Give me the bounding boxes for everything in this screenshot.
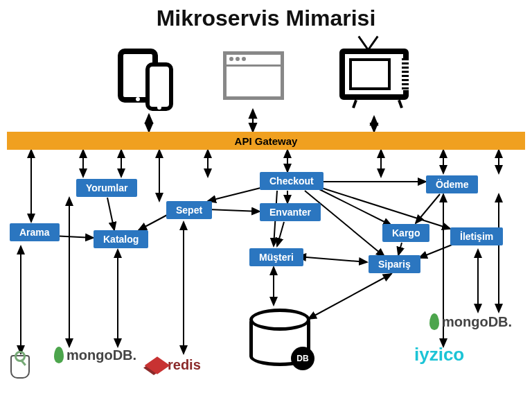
svg-line-14 xyxy=(139,214,170,230)
svg-line-25 xyxy=(416,194,440,223)
leaf-icon xyxy=(429,313,439,330)
svg-line-15 xyxy=(208,187,263,201)
service-sepet: Sepet xyxy=(166,201,212,219)
service-envanter: Envanter xyxy=(260,203,321,221)
service-arama: Arama xyxy=(10,223,60,241)
mongodb-label-right: mongoDB. xyxy=(442,314,512,330)
leaf-icon xyxy=(54,347,64,363)
service-checkout: Checkout xyxy=(260,172,323,190)
browser-window-icon xyxy=(223,49,292,118)
mongodb-label: mongoDB. xyxy=(66,347,136,363)
service-kargo: Kargo xyxy=(382,224,429,242)
database-icon: DB xyxy=(249,305,310,366)
svg-line-16 xyxy=(208,209,260,211)
service-musteri: Müşteri xyxy=(249,248,303,266)
iyzico-logo: iyzico xyxy=(414,344,464,365)
svg-line-33 xyxy=(308,274,391,319)
api-gateway-label: API Gateway xyxy=(235,135,298,147)
svg-line-27 xyxy=(298,257,367,262)
api-gateway-bar: API Gateway xyxy=(7,132,525,150)
svg-line-18 xyxy=(315,187,391,225)
redis-label: redis xyxy=(168,357,201,373)
svg-line-12 xyxy=(107,198,114,230)
database-badge: DB xyxy=(291,347,314,370)
mongodb-logo: mongoDB. xyxy=(54,347,136,363)
iyzico-label: iyzico xyxy=(414,344,464,365)
svg-line-22 xyxy=(305,191,384,257)
television-icon xyxy=(339,49,409,118)
mobile-devices-icon xyxy=(118,49,187,118)
diagram-title: Mikroservis Mimarisi xyxy=(0,6,532,31)
service-iletisim: İletişim xyxy=(450,227,503,245)
search-engine-icon xyxy=(10,355,30,379)
svg-line-23 xyxy=(277,222,284,246)
service-yorumlar: Yorumlar xyxy=(76,179,137,197)
service-siparis: Sipariş xyxy=(369,255,420,273)
service-odeme: Ödeme xyxy=(426,175,478,193)
service-katalog: Katalog xyxy=(94,230,148,248)
redis-logo: redis xyxy=(150,357,201,373)
svg-line-24 xyxy=(398,243,402,255)
redis-cube-icon xyxy=(145,356,170,374)
mongodb-logo-right: mongoDB. xyxy=(429,313,512,330)
